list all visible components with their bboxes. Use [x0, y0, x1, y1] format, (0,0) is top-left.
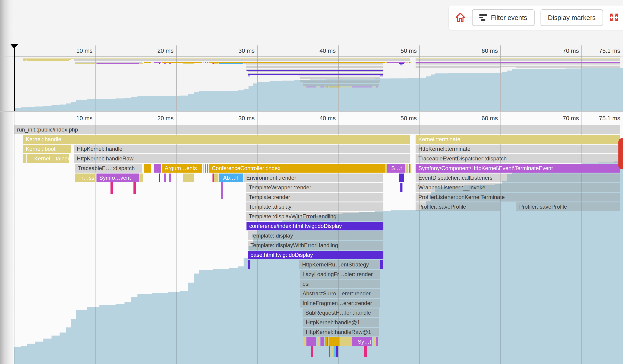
minimap-bar: [244, 63, 383, 64]
minimap-bar: [159, 63, 160, 64]
timeline-bar[interactable]: S…t: [387, 164, 405, 173]
threshold-marker-line[interactable]: [14, 48, 15, 111]
expand-button[interactable]: [609, 12, 619, 23]
timeline-ruler-label: 30 ms: [204, 115, 255, 122]
timeline-bar[interactable]: TraceableE…::dispatch: [75, 164, 142, 173]
timeline-event-tick: [159, 174, 160, 182]
timeline-bar[interactable]: Symfony\Component\HttpKernel\Event\Termi…: [416, 164, 620, 173]
minimap-bar: [246, 70, 383, 71]
timeline-bar[interactable]: ConferenceController::index: [209, 164, 385, 173]
timeline-bar[interactable]: Template::render: [246, 193, 383, 202]
timeline-bar[interactable]: Profiler::saveProfile: [516, 202, 620, 211]
timeline-bar[interactable]: InlineFragmen…erer::render: [300, 299, 380, 307]
minimap-bar: [299, 76, 380, 76]
minimap-bar: [139, 63, 143, 64]
timeline-bar[interactable]: Template::displayWithErrorHandling: [248, 241, 383, 250]
timeline-bar-label: HttpKernelRu…entStrategy: [299, 260, 380, 269]
timeline-bar-label: S…t: [387, 164, 405, 173]
timeline-event-drip: [134, 182, 136, 194]
timeline-event-tick: [399, 174, 404, 182]
timeline-bar-label: ConferenceController::index: [209, 164, 385, 173]
minimap-bar: [317, 86, 320, 87]
home-button[interactable]: [455, 12, 466, 24]
timeline-bar[interactable]: Symfo…vent: [96, 174, 139, 182]
timeline-bar[interactable]: Kernel::boot: [23, 145, 71, 153]
timeline-event-tick: [214, 174, 219, 182]
timeline-bar[interactable]: Sy…t: [352, 337, 372, 346]
timeline-bar-label: run_init::public/index.php: [14, 125, 620, 134]
minimap-bar: [248, 76, 250, 76]
timeline-event-drip: [364, 346, 365, 357]
timeline-bar[interactable]: AbstractSurro…erer::render: [300, 289, 380, 298]
timeline-bar[interactable]: LazyLoadingFr…dler::render: [300, 270, 380, 279]
timeline-bar[interactable]: Template::display: [246, 202, 383, 211]
minimap-bar: [380, 76, 383, 76]
filter-events-button[interactable]: Filter events: [472, 9, 534, 26]
timeline-bar[interactable]: Kernel…tainer: [27, 154, 69, 163]
minimap-bar: [340, 86, 352, 87]
timeline-event-tick: [248, 260, 250, 269]
timeline-bar[interactable]: conference/index.html.twig::doDisplay: [246, 222, 383, 230]
minimap-bar: [14, 56, 620, 57]
minimap-bar: [352, 86, 372, 87]
timeline-bar[interactable]: esi: [300, 280, 380, 288]
minimap-bar: [144, 62, 151, 63]
minimap-bar: [23, 60, 26, 61]
timeline-bar[interactable]: Argum…ents: [162, 164, 202, 173]
display-markers-button[interactable]: Display markers: [540, 9, 603, 26]
timeline-bar[interactable]: Kernel::terminate: [416, 135, 620, 144]
minimap-bar: [23, 59, 71, 60]
minimap-bar: [416, 64, 620, 65]
timeline-bar[interactable]: WrappedListener::__invoke: [416, 183, 620, 192]
timeline-bar[interactable]: HttpKernel::handle: [74, 145, 410, 153]
timeline-bar[interactable]: Ab…ll: [219, 174, 243, 182]
minimap-bar: [248, 73, 383, 74]
timeline-bar[interactable]: Template::displayWithErrorHandling: [246, 212, 383, 221]
timeline-event-tick: [154, 164, 161, 173]
timeline-ruler-label: 75.1 ms: [570, 115, 620, 122]
minimap-bar: [303, 85, 379, 86]
minimap-bar: [183, 63, 194, 64]
timeline-bar-label: Template::displayWithErrorHandling: [248, 241, 383, 250]
timeline-bar-label: ProfilerListener::onKernelTerminate: [416, 193, 620, 202]
timeline-event-tick: [207, 164, 208, 173]
display-markers-label: Display markers: [548, 14, 596, 21]
timeline-bar[interactable]: Kernel::handle: [23, 135, 410, 144]
timeline-bar[interactable]: Environment::render: [244, 174, 383, 182]
timeline-event-tick: [409, 164, 410, 173]
timeline-event-drip: [365, 346, 367, 357]
timeline-bar[interactable]: HttpKernel::terminate: [416, 145, 620, 153]
timeline-bar[interactable]: TraceableEventDispatcher::dispatch: [416, 154, 620, 163]
minimap-bar: [416, 63, 620, 64]
timeline-bar[interactable]: TemplateWrapper::render: [246, 183, 383, 192]
panel-side-handle[interactable]: [618, 138, 623, 169]
home-icon: [455, 12, 466, 24]
timeline-bar[interactable]: HttpKernel::handle@1: [303, 318, 379, 327]
timeline-bar[interactable]: HttpKernel::handleRaw: [74, 154, 410, 163]
minimap-ruler-label: 75.1 ms: [570, 47, 620, 54]
minimap-grid-line: [257, 45, 258, 111]
timeline-bar[interactable]: Tr…ss: [75, 174, 95, 182]
threshold-marker-triangle[interactable]: [10, 44, 18, 49]
profiler-performance-screen: 10 ms20 ms30 ms40 ms50 ms60 ms70 ms75.1 …: [0, 0, 623, 364]
timeline-event-tick: [144, 164, 151, 173]
minimap-bottom-border: [0, 111, 623, 112]
minimap-bar: [385, 62, 387, 63]
timeline-bar-label: Template::display: [246, 202, 383, 211]
timeline-bar[interactable]: Template::display: [248, 231, 383, 240]
timeline-event-drip: [329, 346, 330, 357]
timeline-bar[interactable]: run_init::public/index.php: [14, 125, 620, 134]
timeline-ruler-label: 60 ms: [447, 115, 498, 122]
minimap-bar: [376, 86, 378, 87]
timeline-bar[interactable]: HttpKernel::handleRaw@1: [303, 328, 379, 336]
timeline-bar[interactable]: base.html.twig::doDisplay: [248, 251, 383, 259]
minimap-bar: [246, 66, 383, 67]
timeline-bar[interactable]: HttpKernelRu…entStrategy: [299, 260, 380, 269]
minimap-bar: [303, 84, 379, 85]
timeline-bar[interactable]: Profiler::saveProfile: [416, 202, 500, 211]
timeline-bar[interactable]: EventDispatcher::callListeners: [416, 174, 620, 182]
timeline-bar[interactable]: ProfilerListener::onKernelTerminate: [416, 193, 620, 202]
threshold-marker-line-extension: [14, 112, 15, 364]
minimap-bar: [416, 62, 620, 63]
timeline-bar[interactable]: SubRequestH…ler::handle: [303, 308, 379, 317]
